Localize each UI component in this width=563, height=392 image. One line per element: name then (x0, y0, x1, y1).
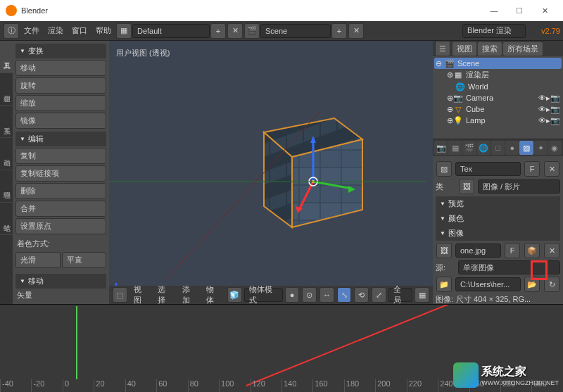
mode-icon[interactable]: 🧊 (227, 287, 242, 303)
manip-scale-icon[interactable]: ⤢ (372, 287, 386, 303)
render-tab-icon[interactable]: 📷 (434, 141, 448, 155)
eye-icon[interactable]: 👁 (538, 94, 546, 102)
add-menu[interactable]: 添加 (178, 287, 201, 303)
preview-panel-header[interactable]: 预览 (436, 196, 560, 211)
scale-button[interactable]: 缩放 (15, 95, 106, 111)
expand-icon[interactable]: ⊖ (436, 59, 442, 68)
duplicate-button[interactable]: 复制 (15, 148, 106, 164)
tab-animation[interactable]: 动画 (0, 138, 13, 170)
outliner-search-tab[interactable]: 搜索 (478, 42, 502, 56)
duplicate-linked-button[interactable]: 复制链接项 (15, 165, 106, 182)
filepath-folder-icon[interactable]: 📁 (436, 277, 452, 292)
eye-icon[interactable]: 👁 (538, 116, 546, 125)
expand-icon[interactable]: ⊕ (447, 94, 453, 103)
physics-tab-icon[interactable]: ◉ (548, 141, 562, 155)
manipulator-icon[interactable]: ↔ (320, 287, 334, 303)
outliner-camera-row[interactable]: ⊕ 📷 Camera 👁 ▸ 📷 (434, 92, 562, 103)
layers-icon[interactable]: ▦ (415, 287, 429, 303)
view-menu[interactable]: 视图 (129, 287, 153, 303)
last-op-header[interactable]: 移动 (15, 274, 106, 289)
expand-icon[interactable]: ⊕ (447, 105, 453, 114)
reload-button[interactable]: ↻ (544, 277, 559, 292)
cube-object[interactable] (236, 97, 377, 238)
tab-relations[interactable]: 关系 (0, 106, 13, 138)
render-icon[interactable]: 📷 (550, 105, 560, 114)
layers-tab-icon[interactable]: ▦ (448, 141, 462, 155)
smooth-button[interactable]: 光滑 (15, 252, 61, 268)
material-tab-icon[interactable]: ● (505, 141, 519, 155)
particles-tab-icon[interactable]: ✦ (534, 141, 548, 155)
fakeuser-button[interactable]: F (524, 161, 540, 177)
outliner-all-tab[interactable]: 所有场景 (503, 42, 543, 56)
file-menu[interactable]: 文件 (20, 23, 44, 39)
mirror-button[interactable]: 镜像 (15, 113, 106, 129)
tab-grease[interactable]: 蜡笔 (0, 203, 13, 235)
world-tab-icon[interactable]: 🌐 (477, 141, 491, 155)
outliner-cube-row[interactable]: ⊕ ▽ Cube 👁 ▸ 📷 (434, 103, 562, 115)
orientation-field[interactable]: 全局 (388, 288, 413, 302)
view3d-editor-icon[interactable]: ⬚ (113, 287, 127, 303)
file-browse-button[interactable]: 📂 (524, 277, 540, 292)
pivot-icon[interactable]: ⊙ (302, 287, 317, 303)
edit-panel-header[interactable]: 编辑 (15, 132, 106, 146)
manip-translate-icon[interactable]: ⤡ (337, 287, 352, 303)
texture-tab-icon[interactable]: ▨ (519, 141, 533, 155)
unlink-image-button[interactable]: ✕ (544, 243, 559, 258)
close-button[interactable]: ✕ (532, 2, 557, 19)
colors-panel-header[interactable]: 颜色 (436, 211, 560, 226)
texture-name-field[interactable]: Tex (455, 162, 521, 176)
maximize-button[interactable]: ☐ (507, 2, 532, 19)
tab-tools[interactable]: 工具 (0, 41, 13, 73)
image-panel-header[interactable]: 图像 (436, 226, 560, 241)
scene-tab-icon[interactable]: 🎬 (462, 141, 476, 155)
scene-field[interactable]: Scene (260, 24, 331, 38)
pack-image-button[interactable]: 📦 (524, 243, 540, 258)
3d-viewport[interactable]: 用户视图 (透视) (109, 41, 433, 304)
set-origin-button[interactable]: 设置原点 (15, 218, 106, 234)
flat-button[interactable]: 平直 (62, 252, 107, 268)
source-field[interactable]: 单张图像 (458, 260, 560, 274)
remove-layout-button[interactable]: ✕ (227, 23, 243, 39)
outliner-renderlayers-row[interactable]: ⊕ ▦ 渲染层 (434, 69, 562, 81)
scene-browse-icon[interactable]: 🎬 (244, 23, 260, 39)
remove-scene-button[interactable]: ✕ (348, 23, 364, 39)
outliner-world-row[interactable]: 🌐 World (434, 81, 562, 92)
select-menu[interactable]: 选择 (153, 287, 177, 303)
rotate-button[interactable]: 旋转 (15, 77, 106, 94)
tab-create[interactable]: 创建 (0, 73, 13, 106)
playhead[interactable] (76, 306, 77, 379)
mode-selector[interactable]: 物体模式 (244, 288, 283, 302)
texture-browse-icon[interactable]: ▨ (436, 161, 452, 177)
translate-button[interactable]: 移动 (15, 60, 106, 76)
manip-rotate-icon[interactable]: ⟲ (354, 287, 369, 303)
image-browse-icon[interactable]: 🖼 (436, 243, 452, 258)
filepath-field[interactable]: C:\Users\her... (455, 277, 521, 291)
shading-sphere-icon[interactable]: ● (285, 287, 300, 303)
image-fakeuser-button[interactable]: F (505, 243, 520, 258)
unlink-texture-button[interactable]: ✕ (544, 161, 559, 177)
render-icon[interactable]: 📷 (550, 116, 560, 125)
delete-button[interactable]: 删除 (15, 183, 106, 199)
outliner-editor-icon[interactable]: ☰ (435, 41, 450, 56)
render-icon[interactable]: 📷 (550, 94, 560, 103)
texture-type-field[interactable]: 图像 / 影片 (478, 179, 560, 194)
object-menu[interactable]: 物体 (202, 287, 225, 303)
outliner-view-tab[interactable]: 视图 (453, 42, 476, 56)
outliner-lamp-row[interactable]: ⊕ 💡 Lamp 👁 ▸ 📷 (434, 115, 562, 126)
expand-icon[interactable]: ⊕ (447, 70, 453, 80)
render-engine-field[interactable]: Blender 渲染 (462, 24, 526, 38)
expand-icon[interactable]: ⊕ (447, 116, 453, 125)
transform-panel-header[interactable]: 变换 (15, 44, 106, 58)
window-menu[interactable]: 窗口 (68, 23, 91, 39)
minimize-button[interactable]: — (481, 2, 507, 19)
help-menu[interactable]: 帮助 (91, 23, 115, 39)
object-tab-icon[interactable]: □ (491, 141, 505, 155)
image-name-field[interactable]: one.jpg (455, 244, 501, 258)
add-scene-button[interactable]: + (331, 23, 347, 39)
render-menu[interactable]: 渲染 (44, 23, 68, 39)
screen-layout-icon[interactable]: ▦ (116, 23, 132, 39)
screen-layout-field[interactable]: Default (132, 24, 210, 38)
join-button[interactable]: 合并 (15, 201, 106, 217)
tab-physics[interactable]: 物理 (0, 170, 13, 203)
add-layout-button[interactable]: + (210, 23, 226, 39)
